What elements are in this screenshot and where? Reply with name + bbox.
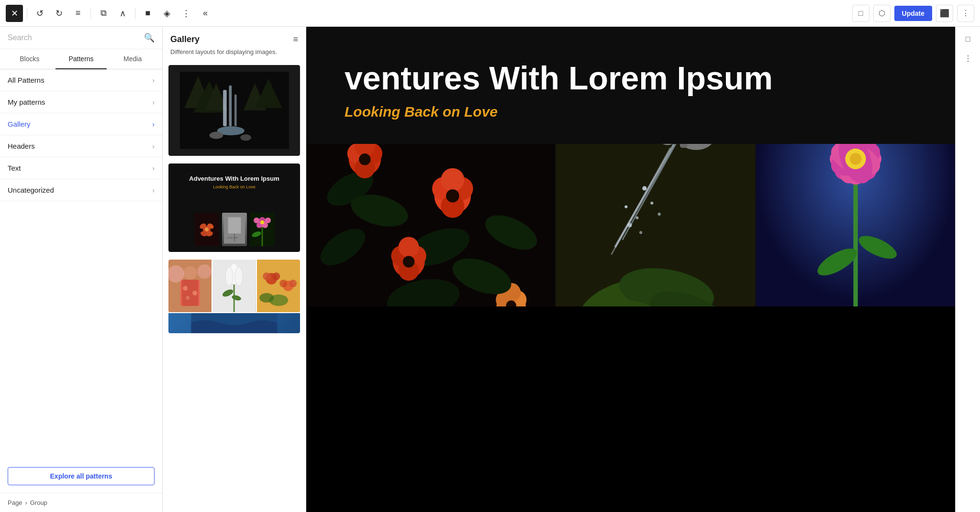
grid-cell-1 <box>168 260 212 312</box>
svg-point-38 <box>192 291 197 295</box>
list-view-button[interactable]: ≡ <box>69 5 87 22</box>
chevron-icon: › <box>152 76 155 84</box>
breadcrumb: Page › Group <box>0 493 162 512</box>
separator-3 <box>135 8 135 19</box>
gallery-preview-adventures[interactable]: Adventures With Lorem Ipsum Looking Back… <box>168 163 300 252</box>
svg-point-97 <box>650 201 653 204</box>
svg-point-79 <box>399 237 419 257</box>
svg-point-55 <box>289 280 297 287</box>
hero-title: ventures With Lorem Ipsum <box>345 60 917 96</box>
svg-rect-104 <box>680 144 687 148</box>
gallery-header: Gallery ≡ <box>163 27 306 48</box>
svg-point-75 <box>446 189 459 203</box>
chevron-right-icon: › <box>152 120 155 128</box>
pattern-item-uncategorized[interactable]: Uncategorized › <box>0 179 162 201</box>
search-input[interactable] <box>8 33 140 42</box>
svg-point-54 <box>279 280 287 287</box>
svg-point-122 <box>850 153 862 165</box>
pattern-item-headers[interactable]: Headers › <box>0 135 162 157</box>
svg-point-18 <box>205 228 209 231</box>
svg-point-98 <box>635 216 638 219</box>
photo-grid-bottom <box>168 313 300 333</box>
svg-point-81 <box>403 256 414 267</box>
breadcrumb-page: Page <box>8 499 22 506</box>
hero-subtitle: Looking Back on Love <box>345 104 917 120</box>
svg-point-102 <box>658 213 661 216</box>
svg-point-39 <box>186 296 189 300</box>
svg-rect-8 <box>234 95 237 127</box>
canvas-image-flowers <box>306 144 555 306</box>
open-button[interactable]: ⬡ <box>873 5 891 22</box>
up-button[interactable]: ∧ <box>114 5 131 22</box>
pattern-item-label: Uncategorized <box>8 186 54 194</box>
tab-blocks[interactable]: Blocks <box>4 49 56 69</box>
svg-rect-7 <box>229 86 232 127</box>
pattern-item-text[interactable]: Text › <box>0 157 162 179</box>
svg-point-99 <box>627 223 632 227</box>
pattern-item-gallery[interactable]: Gallery › <box>0 113 162 135</box>
search-icon[interactable]: 🔍 <box>144 33 155 43</box>
svg-point-51 <box>263 272 270 280</box>
gallery-menu-icon[interactable]: ≡ <box>293 34 298 44</box>
svg-point-41 <box>197 264 212 279</box>
chevron-icon: › <box>152 164 155 172</box>
svg-point-37 <box>183 286 188 291</box>
svg-point-29 <box>265 218 271 223</box>
svg-point-34 <box>183 266 197 280</box>
gallery-preview-waterfall[interactable] <box>168 65 300 156</box>
drop-button[interactable]: ◈ <box>158 5 176 22</box>
tab-media[interactable]: Media <box>107 49 158 69</box>
more-options-button[interactable]: ⋮ <box>178 5 195 22</box>
canvas-area: ventures With Lorem Ipsum Looking Back o… <box>306 27 955 512</box>
sidebar-tabs: Blocks Patterns Media <box>0 49 162 69</box>
update-button[interactable]: Update <box>894 6 932 21</box>
top-toolbar: ✕ ↺ ↻ ≡ ⧉ ∧ ■ ◈ ⋮ « □ ⬡ Update ⬛ ⋮ <box>0 0 980 27</box>
right-more-button[interactable]: ⋮ <box>959 50 977 67</box>
square-button[interactable]: ■ <box>139 5 156 22</box>
svg-point-101 <box>624 205 627 208</box>
close-button[interactable]: ✕ <box>6 5 23 22</box>
svg-point-28 <box>254 218 259 223</box>
canvas-image-pink-flower <box>756 144 955 306</box>
gallery-items: Adventures With Lorem Ipsum Looking Back… <box>163 61 306 512</box>
svg-point-100 <box>639 231 642 234</box>
svg-point-73 <box>441 168 464 192</box>
grid-cell-2 <box>212 260 256 312</box>
pattern-item-all-patterns[interactable]: All Patterns › <box>0 69 162 91</box>
right-sidebar: □ ⋮ <box>955 27 980 512</box>
desktop-view-button[interactable]: □ <box>852 5 869 22</box>
photo-grid-preview-image <box>168 260 300 312</box>
patterns-list: All Patterns › My patterns › Gallery › H… <box>0 69 162 459</box>
pattern-item-my-patterns[interactable]: My patterns › <box>0 91 162 113</box>
adv-image-1 <box>194 213 219 246</box>
gallery-preview-photo-grid[interactable] <box>168 260 300 333</box>
svg-point-10 <box>209 132 223 139</box>
waterfall-svg <box>178 72 290 149</box>
svg-point-11 <box>240 134 251 141</box>
svg-point-47 <box>225 267 233 286</box>
undo-button[interactable]: ↺ <box>31 5 48 22</box>
split-view-button[interactable]: ⬛ <box>936 5 953 22</box>
separator-2 <box>90 8 91 19</box>
waterfall-preview-image <box>168 65 300 156</box>
toolbar-settings-button[interactable]: ⋮ <box>957 5 974 22</box>
explore-all-patterns-button[interactable]: Explore all patterns <box>8 467 155 485</box>
grid-cell-3 <box>257 260 300 312</box>
tab-patterns[interactable]: Patterns <box>56 49 107 69</box>
right-view-button[interactable]: □ <box>959 31 977 48</box>
toolbar-right: □ ⬡ Update ⬛ ⋮ <box>852 5 974 22</box>
chevron-icon: › <box>152 186 155 194</box>
svg-point-57 <box>259 293 274 303</box>
pattern-item-label: Text <box>8 164 21 172</box>
collapse-button[interactable]: « <box>197 5 214 22</box>
copy-button[interactable]: ⧉ <box>95 5 112 22</box>
redo-button[interactable]: ↻ <box>50 5 67 22</box>
svg-point-96 <box>642 186 646 190</box>
adv-image-2: some text <box>222 213 247 246</box>
adv-preview-subtitle: Looking Back on Love <box>213 185 256 189</box>
svg-rect-20 <box>228 218 241 234</box>
canvas-gallery-row <box>306 144 955 306</box>
canvas-image-watering <box>556 144 755 306</box>
svg-rect-6 <box>223 90 227 126</box>
svg-point-69 <box>359 153 370 165</box>
